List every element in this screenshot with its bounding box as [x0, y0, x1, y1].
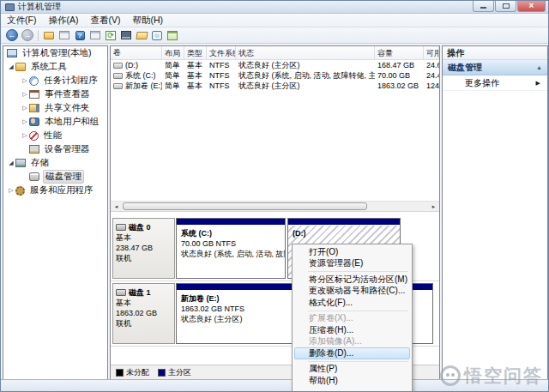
minimize-button[interactable]	[473, 1, 494, 12]
disk-1-label[interactable]: 磁盘 1 基本 1863.02 GB 联机	[112, 283, 175, 344]
open-folder-icon[interactable]	[135, 29, 148, 42]
menu-file[interactable]: 文件(F)	[1, 14, 42, 27]
watermark: 悟空问答	[440, 364, 543, 388]
menu-item-mark-active[interactable]: 将分区标记为活动分区(M)	[294, 274, 410, 286]
tree-item-event-viewer[interactable]: ▷ 事件查看器	[3, 87, 107, 101]
menu-separator	[308, 271, 408, 272]
tree-item-system-tools[interactable]: ◢ 系统工具	[3, 60, 107, 74]
maximize-icon	[503, 3, 510, 9]
wukong-logo-icon	[440, 365, 461, 386]
refresh-icon[interactable]: ⟳	[104, 29, 118, 42]
tree-item-local-users-groups[interactable]: ▷ 本地用户和组	[3, 115, 107, 129]
volume-list: 卷 布局 类型 文件系统 状态 容量 可用空间 (D:) 简单 基本 NTFS …	[111, 46, 439, 201]
horizontal-scrollbar[interactable]: ◄ ►	[111, 201, 439, 212]
expanded-arrow-icon[interactable]: ◢	[7, 63, 15, 70]
services-icon	[15, 186, 25, 196]
unallocated-swatch	[116, 369, 124, 377]
window-icon-2[interactable]	[88, 29, 102, 42]
column-filesystem[interactable]: 文件系统	[207, 46, 236, 59]
help-icon[interactable]: ?	[73, 29, 87, 42]
volume-row-e[interactable]: 新加卷 (E:) 简单 基本 NTFS 状态良好 (主分区) 1863.02 G…	[111, 81, 439, 91]
storage-icon	[15, 159, 26, 167]
performance-icon	[29, 131, 39, 141]
primary-partition-strip	[177, 219, 285, 226]
menu-item-delete-volume[interactable]: 删除卷(D)...	[294, 347, 410, 359]
legend-primary-partition: 主分区	[158, 367, 191, 378]
volume-row-c[interactable]: 系统 (C:) 简单 基本 NTFS 状态良好 (系统, 启动, 活动, 故障转…	[111, 70, 439, 81]
tree-item-task-scheduler[interactable]: ▷ 任务计划程序	[3, 74, 107, 87]
menu-item-format[interactable]: 格式化(F)...	[294, 297, 410, 309]
menu-view[interactable]: 查看(V)	[84, 14, 126, 27]
disk-0-label[interactable]: 磁盘 0 基本 238.47 GB 联机	[112, 218, 175, 279]
drive-icon	[113, 73, 123, 79]
collapsed-arrow-icon[interactable]: ▷	[21, 132, 29, 139]
computer-management-window: 计算机管理 × 文件(F) 操作(A) 查看(V) 帮助(H) ← → ? ⟳ …	[0, 0, 549, 392]
column-volume[interactable]: 卷	[111, 46, 162, 59]
partition-c[interactable]: 系统 (C:) 70.00 GB NTFS 状态良好 (系统, 启动, 活动, …	[176, 218, 286, 279]
partition-context-menu: 打开(O) 资源管理器(E) 将分区标记为活动分区(M) 更改驱动器号和路径(C…	[292, 244, 413, 392]
window-title: 计算机管理	[18, 1, 61, 13]
search-icon[interactable]: ○	[150, 29, 164, 42]
actions-title: 操作	[443, 46, 547, 60]
menu-item-shrink-volume[interactable]: 压缩卷(H)...	[294, 324, 410, 336]
menu-item-add-mirror: 添加镜像(A)...	[294, 336, 410, 348]
forward-icon[interactable]: →	[21, 29, 34, 42]
collapsed-arrow-icon[interactable]: ▷	[21, 105, 29, 112]
actions-section-disk-management[interactable]: 磁盘管理 ▲	[443, 60, 547, 75]
menu-item-open[interactable]: 打开(O)	[294, 246, 410, 258]
actions-pane: 操作 磁盘管理 ▲ 更多操作 ▶	[442, 45, 548, 380]
back-icon[interactable]: ←	[5, 29, 19, 42]
column-capacity[interactable]: 容量	[375, 46, 424, 59]
menu-item-change-drive-letter[interactable]: 更改驱动器号和路径(C)...	[294, 286, 410, 298]
tree-item-disk-management[interactable]: 磁盘管理	[3, 170, 107, 184]
column-layout[interactable]: 布局	[162, 46, 184, 59]
menu-bar: 文件(F) 操作(A) 查看(V) 帮助(H)	[1, 14, 548, 27]
menu-item-explorer[interactable]: 资源管理器(E)	[294, 258, 410, 270]
drive-icon	[113, 83, 123, 89]
menu-item-properties[interactable]: 属性(P)	[294, 364, 410, 376]
menu-help[interactable]: 帮助(H)	[126, 14, 169, 27]
tree-item-device-manager[interactable]: 设备管理器	[3, 142, 107, 156]
column-free-space[interactable]: 可用空间	[424, 46, 439, 59]
column-type[interactable]: 类型	[184, 46, 207, 59]
close-button[interactable]: ×	[517, 1, 546, 12]
menu-action[interactable]: 操作(A)	[42, 14, 84, 27]
title-bar[interactable]: 计算机管理 ×	[1, 1, 548, 14]
event-log-icon	[29, 90, 39, 99]
menu-separator	[308, 311, 408, 311]
window-icon[interactable]	[57, 29, 71, 42]
collapse-arrow-icon[interactable]: ▲	[536, 64, 542, 70]
app-icon	[5, 3, 15, 11]
tree-item-storage[interactable]: ◢ 存储	[3, 156, 107, 170]
collapsed-arrow-icon[interactable]: ▷	[21, 77, 29, 84]
console-tree: 计算机管理(本地) ◢ 系统工具 ▷ 任务计划程序 ▷ 事件查看器 ▷ 共享文件…	[3, 45, 108, 380]
legend-unallocated: 未分配	[116, 367, 149, 378]
computer-icon	[7, 49, 17, 57]
shared-folder-icon	[29, 104, 39, 112]
menu-item-help[interactable]: 帮助(H)	[294, 375, 410, 387]
collapsed-arrow-icon[interactable]: ▷	[7, 187, 15, 194]
toolbar: ← → ? ⟳ ○	[1, 27, 548, 44]
tree-item-shared-folders[interactable]: ▷ 共享文件夹	[3, 101, 107, 115]
column-status[interactable]: 状态	[236, 46, 375, 59]
tree-item-performance[interactable]: ▷ 性能	[3, 129, 107, 142]
scroll-left-icon[interactable]: ◄	[111, 202, 122, 211]
submenu-arrow-icon: ▶	[536, 80, 540, 87]
disk-icon	[116, 224, 126, 231]
more-actions-item[interactable]: 更多操作 ▶	[443, 75, 547, 91]
scrollbar-thumb[interactable]	[123, 202, 367, 210]
maximize-button[interactable]	[495, 1, 516, 12]
collapsed-arrow-icon[interactable]: ▷	[21, 91, 29, 98]
drive-icon	[113, 63, 123, 69]
properties-icon[interactable]	[166, 29, 179, 42]
collapsed-arrow-icon[interactable]: ▷	[21, 118, 29, 125]
tree-item-services-applications[interactable]: ▷ 服务和应用程序	[3, 184, 107, 197]
users-icon	[29, 118, 39, 126]
tree-item-computer-management[interactable]: 计算机管理(本地)	[3, 46, 107, 60]
volume-row-d[interactable]: (D:) 简单 基本 NTFS 状态良好 (主分区) 168.47 GB 24.…	[111, 60, 439, 70]
expanded-arrow-icon[interactable]: ◢	[7, 160, 15, 166]
scroll-right-icon[interactable]: ►	[428, 202, 439, 211]
folder-icon[interactable]	[42, 29, 56, 42]
volume-list-header: 卷 布局 类型 文件系统 状态 容量 可用空间	[111, 46, 439, 60]
computer-icon[interactable]	[119, 29, 133, 42]
